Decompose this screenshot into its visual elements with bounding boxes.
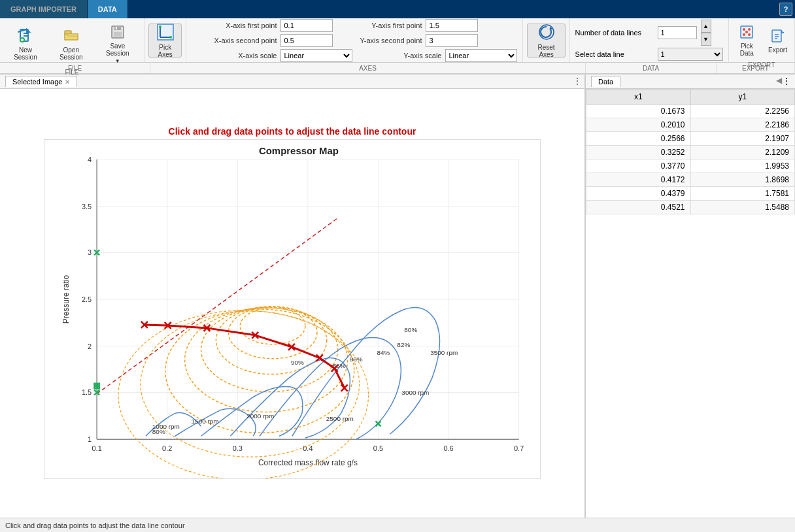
svg-text:Corrected mass flow rate g/s: Corrected mass flow rate g/s bbox=[258, 458, 358, 467]
tab-graph-importer[interactable]: GRAPH IMPORTER bbox=[0, 0, 88, 18]
num-lines-down[interactable]: ▼ bbox=[701, 33, 711, 46]
y-axis-second-point-label: Y-axis second point bbox=[337, 37, 422, 44]
svg-text:2500 rpm: 2500 rpm bbox=[326, 415, 354, 422]
x-axis-second-point-label: X-axis second point bbox=[192, 37, 277, 44]
save-session-button[interactable]: Save Session ▼ bbox=[97, 21, 139, 66]
svg-text:4: 4 bbox=[88, 155, 92, 163]
svg-text:0.3: 0.3 bbox=[233, 444, 243, 452]
svg-text:1500 rpm: 1500 rpm bbox=[192, 418, 219, 425]
right-panel-options-icon[interactable]: ⋮ bbox=[782, 76, 791, 86]
pick-axes-button[interactable]: Pick Axes bbox=[148, 24, 182, 58]
svg-point-16 bbox=[169, 36, 172, 39]
tab-data[interactable]: DATA bbox=[88, 0, 128, 18]
toolbar: New Session Open Session bbox=[0, 18, 795, 63]
open-session-icon bbox=[62, 27, 80, 45]
svg-text:3500 rpm: 3500 rpm bbox=[430, 348, 458, 356]
select-line-label: Select data line bbox=[575, 50, 654, 58]
cell-y1: 1.8698 bbox=[690, 173, 795, 187]
x-axis-second-point-input[interactable] bbox=[280, 34, 333, 47]
num-lines-up[interactable]: ▲ bbox=[701, 20, 711, 33]
cell-y1: 1.9953 bbox=[690, 159, 795, 173]
export-icon bbox=[769, 27, 787, 45]
pick-axes-wrapper: Pick Axes bbox=[144, 18, 186, 62]
reset-axes-button[interactable]: Reset Axes bbox=[527, 24, 565, 58]
chart-title: Compressor Map bbox=[259, 144, 339, 156]
x-axis-row1: X-axis first point Y-axis first point bbox=[192, 19, 517, 32]
reset-axes-label: Reset Axes bbox=[532, 44, 560, 58]
svg-text:2000 rpm: 2000 rpm bbox=[246, 412, 274, 420]
svg-text:2.5: 2.5 bbox=[82, 295, 92, 303]
select-line-select[interactable]: 1 2 3 bbox=[658, 48, 723, 61]
x-axis-scale-select[interactable]: Linear Logarithmic bbox=[280, 49, 352, 62]
x-axis-scale-label: X-axis scale bbox=[192, 52, 277, 59]
pick-export-inner: Pick Data Export bbox=[729, 18, 794, 61]
export-button[interactable]: Export bbox=[765, 25, 790, 56]
panel-options-icon[interactable]: ⋮ bbox=[573, 76, 582, 86]
y-axis-first-point-label: Y-axis first point bbox=[337, 22, 422, 29]
num-lines-input[interactable] bbox=[658, 26, 697, 39]
tab-close-icon[interactable]: ✕ bbox=[65, 78, 70, 86]
pick-data-button[interactable]: Pick Data bbox=[733, 21, 762, 59]
open-session-button[interactable]: Open Session bbox=[50, 25, 93, 63]
svg-text:2: 2 bbox=[88, 342, 92, 350]
reset-axes-wrapper: Reset Axes bbox=[523, 18, 569, 62]
cell-x1: 0.1673 bbox=[586, 105, 691, 118]
compressor-map-chart[interactable]: Compressor Map bbox=[44, 139, 541, 479]
table-row: 0.45211.5488 bbox=[586, 201, 795, 214]
svg-point-22 bbox=[743, 33, 745, 36]
chart-area: Click and drag data points to adjust the… bbox=[0, 89, 584, 518]
reset-axes-inner: Reset Axes bbox=[523, 18, 569, 62]
svg-text:0.4: 0.4 bbox=[303, 444, 313, 452]
cell-y1: 1.7581 bbox=[690, 187, 795, 201]
instruction-text: Click and drag data points to adjust the… bbox=[44, 126, 541, 137]
data-table: x1 y1 0.16732.22560.20102.21860.25662.19… bbox=[586, 89, 795, 214]
y-axis-scale-select[interactable]: Linear Logarithmic bbox=[445, 49, 517, 62]
svg-rect-10 bbox=[114, 32, 122, 37]
select-line-row: Select data line 1 2 3 bbox=[575, 48, 723, 61]
file-section-underline: FILE bbox=[0, 63, 150, 73]
x-axis-scale-row: X-axis scale Linear Logarithmic Y-axis s… bbox=[192, 49, 517, 62]
col-x1-header: x1 bbox=[586, 90, 691, 105]
cell-y1: 2.2256 bbox=[690, 105, 795, 118]
table-row: 0.37701.9953 bbox=[586, 159, 795, 173]
axes-section: X-axis first point Y-axis first point X-… bbox=[186, 18, 523, 62]
new-session-button[interactable]: New Session bbox=[5, 25, 46, 63]
cell-y1: 2.1209 bbox=[690, 146, 795, 159]
data-section-underline: DATA bbox=[586, 63, 717, 73]
open-session-label: Open Session bbox=[53, 46, 90, 61]
cell-y1: 2.1907 bbox=[690, 132, 795, 146]
y-axis-second-point-input[interactable] bbox=[426, 34, 478, 47]
cell-y1: 1.5488 bbox=[690, 201, 795, 214]
main-content: Selected Image ✕ ⋮ Click and drag data p… bbox=[0, 75, 795, 518]
file-section: New Session Open Session bbox=[0, 18, 144, 62]
cell-x1: 0.4379 bbox=[586, 187, 691, 201]
right-panel-header: Data ⋮ ◀ bbox=[586, 75, 795, 89]
num-lines-label: Number of data lines bbox=[575, 29, 654, 37]
svg-rect-25 bbox=[772, 30, 781, 42]
chart-wrapper: Click and drag data points to adjust the… bbox=[44, 126, 541, 481]
x-axis-first-point-input[interactable] bbox=[280, 19, 333, 32]
x-axis-first-point-label: X-axis first point bbox=[192, 22, 277, 29]
data-table-container[interactable]: x1 y1 0.16732.22560.20102.21860.25662.19… bbox=[586, 89, 795, 518]
selected-image-tab[interactable]: Selected Image ✕ bbox=[5, 76, 77, 87]
data-tab[interactable]: Data bbox=[591, 76, 620, 87]
table-row: 0.20102.2186 bbox=[586, 118, 795, 132]
cell-x1: 0.3770 bbox=[586, 159, 691, 173]
cell-x1: 0.3252 bbox=[586, 146, 691, 159]
col-y1-header: y1 bbox=[690, 90, 795, 105]
table-row: 0.25662.1907 bbox=[586, 132, 795, 146]
table-row: 0.32522.1209 bbox=[586, 146, 795, 159]
svg-rect-11 bbox=[116, 27, 117, 29]
svg-point-21 bbox=[748, 28, 751, 31]
svg-rect-9 bbox=[114, 26, 121, 30]
y-axis-scale-label: Y-axis scale bbox=[356, 52, 441, 59]
new-session-icon bbox=[16, 27, 35, 45]
right-panel: Data ⋮ ◀ x1 y1 0.16732.22560.20102.21860… bbox=[586, 75, 795, 518]
pick-axes-inner: Pick Axes bbox=[144, 18, 186, 62]
y-axis-first-point-input[interactable] bbox=[426, 19, 478, 32]
help-button[interactable]: ? bbox=[779, 3, 792, 16]
pick-export-wrapper: Pick Data Export EXPORT bbox=[729, 18, 795, 62]
left-panel-tab: Selected Image ✕ ⋮ bbox=[0, 75, 584, 89]
svg-text:3.5: 3.5 bbox=[82, 202, 92, 210]
collapse-icon[interactable]: ◀ bbox=[776, 76, 782, 85]
